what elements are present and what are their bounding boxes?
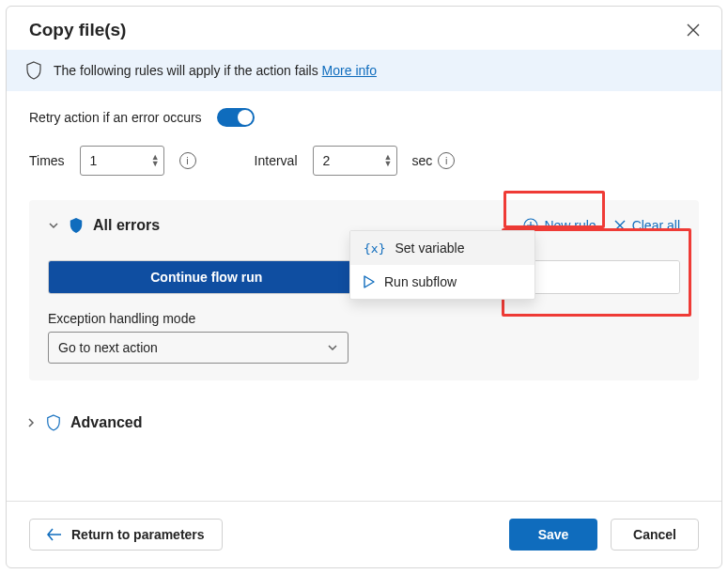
interval-value: 2 — [323, 153, 384, 168]
errors-header-right: New rule Clear all — [523, 218, 680, 233]
more-info-link[interactable]: More info — [322, 63, 377, 78]
interval-unit: sec — [412, 153, 433, 168]
footer-right: Save Cancel — [509, 519, 699, 551]
dialog-body: Retry action if an error occurs Times 1 … — [7, 91, 721, 501]
retry-label: Retry action if an error occurs — [29, 110, 202, 125]
chevron-down-icon — [327, 342, 338, 353]
times-info-icon[interactable]: i — [179, 152, 196, 169]
chevron-down-icon — [48, 220, 59, 231]
menu-item-run-subflow[interactable]: Run subflow — [350, 265, 534, 299]
save-button[interactable]: Save — [509, 519, 597, 551]
interval-stepper[interactable]: ▲ ▼ — [384, 154, 393, 167]
clear-all-button[interactable]: Clear all — [613, 218, 680, 233]
close-icon — [613, 219, 627, 232]
chevron-down-icon[interactable]: ▼ — [384, 161, 393, 167]
continue-flow-option[interactable]: Continue flow run — [49, 261, 364, 293]
interval-input[interactable]: 2 ▲ ▼ — [313, 146, 397, 176]
play-icon — [364, 275, 375, 288]
info-bar: The following rules will apply if the ac… — [7, 50, 721, 91]
arrow-left-icon — [47, 528, 62, 541]
times-value: 1 — [90, 153, 151, 168]
times-stepper[interactable]: ▲ ▼ — [151, 154, 160, 167]
advanced-section-toggle[interactable]: Advanced — [25, 414, 699, 431]
new-rule-menu: {x} Set variable Run subflow — [349, 230, 535, 300]
menu-item-set-variable[interactable]: {x} Set variable — [350, 231, 534, 265]
retry-params-row: Times 1 ▲ ▼ i Interval 2 ▲ ▼ sec i — [29, 146, 699, 176]
dialog-footer: Return to parameters Save Cancel — [7, 501, 721, 567]
dialog: Copy file(s) The following rules will ap… — [6, 6, 722, 568]
shield-icon — [25, 61, 42, 80]
collapse-toggle[interactable] — [48, 220, 59, 231]
mode-select[interactable]: Go to next action — [48, 332, 349, 364]
advanced-title: Advanced — [70, 414, 142, 431]
info-text: The following rules will apply if the ac… — [54, 63, 377, 78]
interval-info-icon[interactable]: i — [438, 152, 455, 169]
shield-icon — [69, 217, 84, 234]
errors-panel: All errors New rule Clear all {x} — [29, 200, 699, 380]
return-button[interactable]: Return to parameters — [29, 519, 223, 551]
errors-header-left: All errors — [48, 217, 160, 234]
close-icon — [687, 23, 700, 37]
interval-label: Interval — [255, 153, 298, 168]
retry-row: Retry action if an error occurs — [29, 108, 699, 127]
chevron-right-icon — [25, 417, 37, 428]
times-input[interactable]: 1 ▲ ▼ — [80, 146, 164, 176]
mode-label: Exception handling mode — [48, 311, 680, 326]
shield-icon — [46, 414, 61, 431]
cancel-button[interactable]: Cancel — [611, 519, 699, 551]
chevron-down-icon[interactable]: ▼ — [151, 161, 160, 167]
errors-title: All errors — [93, 217, 160, 234]
dialog-title: Copy file(s) — [29, 20, 126, 40]
close-button[interactable] — [684, 21, 703, 39]
dialog-header: Copy file(s) — [7, 7, 721, 50]
variable-icon: {x} — [364, 241, 385, 256]
retry-toggle[interactable] — [217, 108, 255, 127]
times-label: Times — [29, 153, 65, 168]
mode-value: Go to next action — [58, 340, 158, 355]
